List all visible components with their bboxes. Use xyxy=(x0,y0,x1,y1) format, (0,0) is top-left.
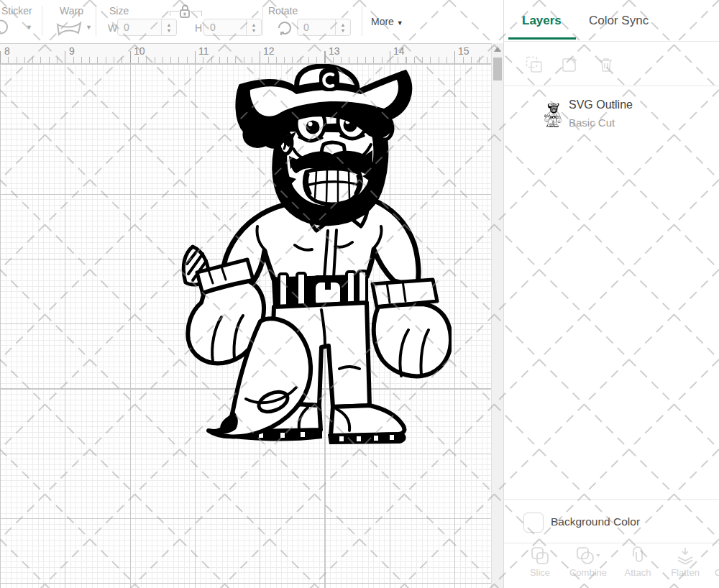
panel-divider xyxy=(504,86,719,86)
design-canvas[interactable] xyxy=(0,64,491,588)
layer-row[interactable]: SVG Outline Basic Cut xyxy=(504,93,719,138)
active-tab-underline xyxy=(508,37,576,40)
width-input[interactable] xyxy=(117,19,162,36)
background-color-label: Background Color xyxy=(551,515,640,528)
select-all-icon[interactable] xyxy=(526,56,543,73)
layer-thumbnail xyxy=(544,101,562,129)
warp-icon[interactable] xyxy=(56,22,82,36)
sticker-dropdown-caret[interactable]: ▼ xyxy=(26,24,32,31)
attach-icon xyxy=(628,546,647,565)
height-input[interactable] xyxy=(203,19,247,36)
layer-name: SVG Outline xyxy=(569,98,633,111)
combine-icon xyxy=(576,546,600,565)
scrollbar-thumb[interactable] xyxy=(493,58,502,81)
horizontal-ruler: 8 9 10 11 12 13 14 15 xyxy=(0,43,491,64)
toolbar-divider xyxy=(96,6,96,36)
panel-divider xyxy=(504,499,719,500)
panel-header-divider xyxy=(504,41,719,42)
panel-divider xyxy=(504,543,719,543)
slice-button[interactable]: Slice xyxy=(520,546,560,578)
top-toolbar: Sticker ▼ Warp ▼ Size W ▲▼ H ▲▼ Rotate ▲… xyxy=(0,0,503,43)
attach-button[interactable]: Attach xyxy=(618,546,658,578)
ruler-number: 9 xyxy=(69,45,75,57)
sticker-label: Sticker xyxy=(1,5,32,17)
more-caret-icon: ▼ xyxy=(397,19,403,27)
rotate-label: Rotate xyxy=(268,5,298,17)
ruler-number: 12 xyxy=(263,45,275,57)
slice-icon xyxy=(531,546,549,565)
more-label: More xyxy=(371,16,394,27)
flatten-label: Flatten xyxy=(665,567,705,578)
lock-connector-right xyxy=(193,11,202,16)
rotate-input[interactable] xyxy=(297,19,336,36)
layers-panel: Layers Color Sync SVG Outline Basic Cut … xyxy=(503,0,719,588)
flatten-icon xyxy=(676,546,695,565)
layer-operation: Basic Cut xyxy=(569,116,615,129)
combine-label: Combine xyxy=(568,567,608,578)
size-label: Size xyxy=(109,5,129,17)
mascot-artwork[interactable] xyxy=(180,64,452,447)
more-menu-button[interactable]: More ▼ xyxy=(371,16,403,27)
attach-label: Attach xyxy=(618,567,658,578)
delete-layer-icon[interactable] xyxy=(597,56,615,73)
lock-aspect-icon[interactable] xyxy=(178,4,191,19)
ruler-number: 11 xyxy=(198,45,209,57)
ruler-number: 14 xyxy=(393,45,405,57)
ruler-number: 8 xyxy=(4,45,10,57)
ruler-number: 15 xyxy=(458,45,470,57)
tab-layers[interactable]: Layers xyxy=(522,14,562,28)
scroll-up-arrow-icon[interactable] xyxy=(494,47,501,52)
combine-button[interactable]: Combine xyxy=(568,546,608,578)
clipped-action-label: C xyxy=(711,567,719,578)
height-label: H xyxy=(195,22,202,34)
toolbar-divider xyxy=(362,6,362,36)
slice-label: Slice xyxy=(520,567,560,578)
ruler-number: 10 xyxy=(134,45,145,57)
app-window: { "toolbar": { "sticker_label": "Sticker… xyxy=(0,0,719,588)
sticker-icon[interactable] xyxy=(0,19,13,35)
toolbar-divider xyxy=(42,6,42,36)
flatten-button[interactable]: Flatten xyxy=(665,546,705,578)
ruler-number: 13 xyxy=(329,45,340,57)
warp-dropdown-caret[interactable]: ▼ xyxy=(86,24,92,31)
rotate-icon[interactable] xyxy=(277,20,293,36)
tab-color-sync[interactable]: Color Sync xyxy=(589,14,649,28)
add-layer-icon[interactable] xyxy=(562,56,579,73)
width-label: W xyxy=(108,22,117,34)
toolbar-divider xyxy=(262,6,263,36)
height-stepper[interactable]: ▲▼ xyxy=(247,19,262,36)
clipped-action-button[interactable]: C xyxy=(711,546,719,578)
rotate-stepper[interactable]: ▲▼ xyxy=(336,19,351,36)
background-color-swatch[interactable] xyxy=(523,513,544,533)
canvas-vertical-scrollbar[interactable] xyxy=(491,43,503,588)
warp-label: Warp xyxy=(60,5,83,17)
width-stepper[interactable]: ▲▼ xyxy=(162,19,177,36)
